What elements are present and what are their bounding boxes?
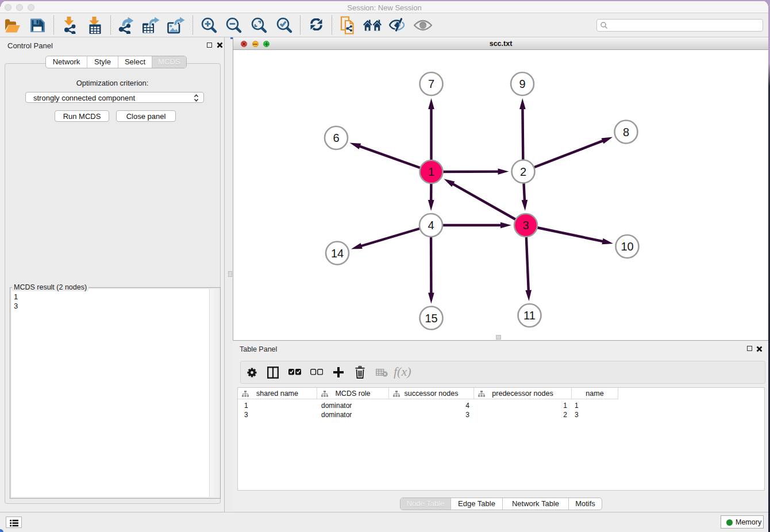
svg-text:11: 11	[523, 309, 536, 322]
svg-text:7: 7	[428, 78, 434, 90]
svg-text:9: 9	[519, 78, 525, 90]
svg-text:1: 1	[428, 165, 434, 178]
svg-text:15: 15	[425, 312, 437, 325]
svg-text:6: 6	[333, 132, 339, 144]
svg-text:10: 10	[621, 240, 633, 253]
svg-text:8: 8	[623, 126, 629, 138]
svg-text:4: 4	[428, 219, 434, 232]
svg-text:3: 3	[522, 219, 529, 232]
svg-text:2: 2	[520, 165, 526, 178]
svg-text:14: 14	[331, 247, 344, 260]
